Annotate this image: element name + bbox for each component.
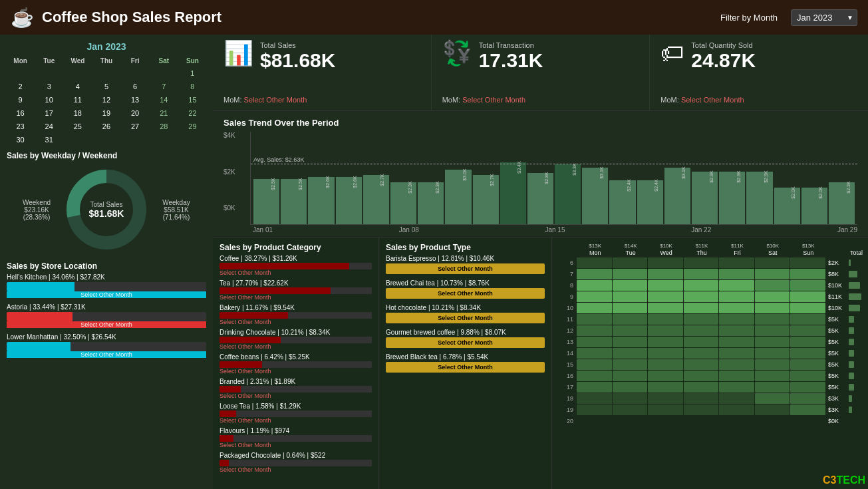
cal-day-21[interactable]: 21: [150, 107, 178, 119]
product-type-select-2[interactable]: Select Other Month: [386, 313, 545, 323]
product-cat-bar-cont-6: [219, 410, 372, 417]
product-cat-select-6[interactable]: Select Other Month: [219, 417, 372, 424]
cal-day-14[interactable]: 14: [150, 94, 178, 106]
cal-day-31[interactable]: 31: [35, 134, 63, 146]
product-type-select-3[interactable]: Select Other Month: [386, 337, 545, 348]
month-filter-select[interactable]: Jan 2023 Feb 2023 Mar 2023: [791, 9, 857, 26]
heatmap-cell-2-2: [648, 280, 683, 291]
cal-day-25[interactable]: 25: [64, 120, 91, 132]
trend-bar-label-2: $2.6K: [325, 176, 330, 188]
cal-day-6[interactable]: 6: [122, 81, 149, 92]
heatmap-cell-0-2: [648, 257, 683, 268]
product-type-select-4[interactable]: Select Other Month: [386, 362, 545, 373]
cal-day-1[interactable]: 1: [179, 67, 206, 79]
heatmap-cell-14-3: [684, 416, 719, 426]
heatmap-total-0: $2K: [826, 259, 863, 266]
store-select-3[interactable]: Select Other Month: [7, 351, 206, 358]
product-type-select-1[interactable]: Select Other Month: [386, 288, 545, 299]
heatmap-cell-3-2: [648, 291, 683, 302]
product-cat-item-3: Drinking Chocolate | 10.21% | $8.34KSele…: [219, 329, 372, 350]
heatmap-hour-2: 8: [557, 282, 576, 289]
trend-bar-label-21: $2.3K: [845, 182, 850, 194]
kpi-mom-select-trans[interactable]: Select Other Month: [462, 96, 525, 104]
cal-header-mon: Mon: [7, 56, 34, 66]
trend-bar-rect-4: $2.7K: [363, 175, 389, 224]
cal-day-24[interactable]: 24: [35, 120, 63, 132]
product-cat-select-4[interactable]: Select Other Month: [219, 368, 372, 375]
heatmap-cell-11-1: [613, 382, 648, 393]
product-cat-select-3[interactable]: Select Other Month: [219, 343, 372, 350]
heatmap-cell-2-3: [684, 280, 719, 291]
y-label-0k: $0K: [223, 204, 235, 212]
cal-day-18[interactable]: 18: [64, 107, 91, 119]
trend-bar-label-3: $2.6K: [353, 176, 357, 188]
trend-bar-rect-17: $2.9K: [719, 172, 745, 224]
cal-day-20[interactable]: 20: [122, 107, 149, 119]
cal-day-10[interactable]: 10: [35, 94, 63, 106]
cal-day-12[interactable]: 12: [92, 94, 120, 106]
cal-day-27[interactable]: 27: [122, 120, 149, 132]
cal-day-13[interactable]: 13: [122, 94, 149, 106]
heatmap-total-label-2: $10K: [828, 282, 847, 289]
cal-day-3[interactable]: 3: [35, 81, 63, 92]
x-jan01: Jan 01: [253, 226, 273, 234]
product-type-name-0: Barista Espresso | 12.81% | $10.46K: [386, 255, 545, 262]
product-cat-name-2: Bakery | 11.67% | $9.54K: [219, 304, 372, 311]
cal-empty: -: [64, 67, 91, 79]
cal-day-11[interactable]: 11: [64, 94, 91, 106]
product-cat-item-5: Branded | 2.31% | $1.89KSelect Other Mon…: [219, 378, 372, 399]
col-total: Total: [826, 249, 863, 256]
cal-day-4[interactable]: 4: [64, 81, 91, 92]
product-cat-select-8[interactable]: Select Other Month: [219, 466, 372, 473]
cal-day-16[interactable]: 16: [7, 107, 34, 119]
cal-day-15[interactable]: 15: [179, 94, 206, 106]
trend-bar-label-4: $2.7K: [380, 174, 384, 186]
cal-empty: -: [150, 134, 178, 146]
heatmap-cell-8-4: [719, 348, 754, 359]
cal-day-30[interactable]: 30: [7, 134, 34, 146]
product-cat-select-0[interactable]: Select Other Month: [219, 269, 372, 276]
kpi-mom-select-qty[interactable]: Select Other Month: [681, 96, 744, 104]
heatmap-cell-4-4: [719, 303, 754, 313]
kpi-mom-qty: MoM: Select Other Month: [660, 96, 857, 104]
product-type-select-0[interactable]: Select Other Month: [386, 263, 545, 274]
cal-day-7[interactable]: 7: [150, 81, 178, 92]
kpi-mom-select-sales[interactable]: Select Other Month: [244, 96, 307, 104]
cal-empty: -: [7, 67, 34, 79]
heatmap-cell-14-4: [719, 416, 754, 426]
heatmap-row-9: 15$5K: [557, 359, 863, 370]
col-mon: Mon: [577, 249, 613, 256]
heatmap-cell-5-1: [613, 314, 648, 325]
cal-day-26[interactable]: 26: [92, 120, 120, 132]
heatmap-cell-11-6: [790, 382, 825, 393]
heatmap-row-7: 13$5K: [557, 337, 863, 347]
heatmap-hour-12: 18: [557, 395, 576, 402]
cal-day-23[interactable]: 23: [7, 120, 34, 132]
product-cat-select-7[interactable]: Select Other Month: [219, 442, 372, 448]
store-select-2[interactable]: Select Other Month: [7, 321, 206, 328]
kpi-top-trans: 💱 Total Transaction 17.31K: [442, 41, 639, 71]
heatmap-cell-14-5: [755, 416, 790, 426]
product-cat-select-2[interactable]: Select Other Month: [219, 319, 372, 325]
cal-day-28[interactable]: 28: [150, 120, 178, 132]
heatmap-cell-11-4: [719, 382, 754, 393]
heatmap-cell-13-0: [577, 405, 612, 415]
product-cat-select-1[interactable]: Select Other Month: [219, 294, 372, 301]
cal-day-2[interactable]: 2: [7, 81, 34, 92]
cal-day-8[interactable]: 8: [179, 81, 206, 92]
product-cat-select-5[interactable]: Select Other Month: [219, 393, 372, 399]
trend-bar-13: $2.4K: [609, 132, 635, 224]
store-select-1[interactable]: Select Other Month: [7, 291, 206, 298]
heatmap-cell-10-3: [684, 371, 719, 381]
cal-day-29[interactable]: 29: [179, 120, 206, 132]
col-val-14k: $14K: [613, 243, 648, 249]
cal-day-5[interactable]: 5: [92, 81, 120, 92]
heatmap-rows: 6$2K7$8K8$10K9$11K10$10K11$5K12$5K13$5K1…: [557, 257, 863, 426]
heatmap-cell-2-5: [755, 280, 790, 291]
cal-day-22[interactable]: 22: [179, 107, 206, 119]
cal-day-19[interactable]: 19: [92, 107, 120, 119]
trend-bar-label-16: $2.9K: [708, 170, 713, 182]
cal-day-9[interactable]: 9: [7, 94, 34, 106]
heatmap-row-12: 18$3K: [557, 393, 863, 404]
cal-day-17[interactable]: 17: [35, 107, 63, 119]
